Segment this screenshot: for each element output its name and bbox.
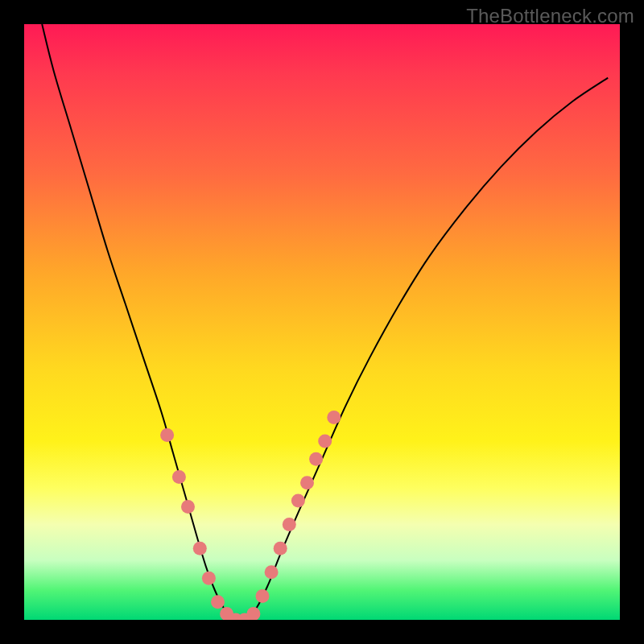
highlight-dot <box>246 607 260 620</box>
highlight-dot <box>256 589 270 603</box>
watermark-text: TheBottleneck.com <box>466 5 634 27</box>
highlight-dot <box>211 595 225 609</box>
highlight-dot <box>181 500 195 514</box>
highlight-dot <box>274 542 287 555</box>
highlight-dot <box>283 518 296 531</box>
highlight-dot <box>327 411 341 424</box>
highlight-dots <box>160 411 341 620</box>
highlight-dot <box>265 565 279 579</box>
highlight-dot <box>193 542 207 555</box>
highlight-dot <box>160 428 174 442</box>
highlight-dot <box>318 435 332 448</box>
highlight-dot <box>202 572 216 585</box>
highlight-dot <box>291 494 305 508</box>
plot-area <box>24 24 620 620</box>
chart-frame: TheBottleneck.com <box>0 0 644 644</box>
dots-layer <box>24 24 620 620</box>
highlight-dot <box>309 452 323 466</box>
highlight-dot <box>300 476 314 489</box>
highlight-dot <box>172 470 186 484</box>
